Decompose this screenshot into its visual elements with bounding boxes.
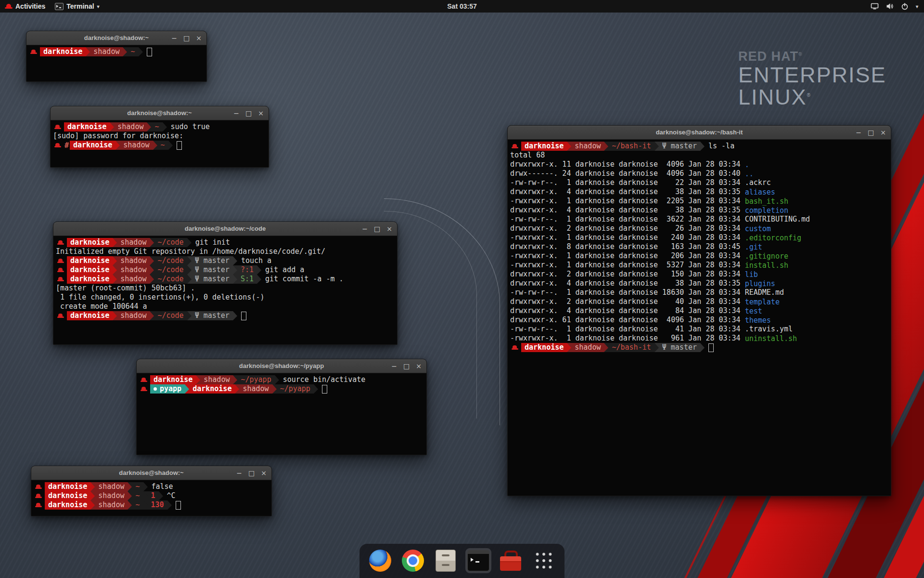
maximize-button[interactable]: □ [403, 359, 410, 373]
app-menu-terminal[interactable]: Terminal ▾ [50, 0, 104, 13]
terminal-content[interactable]: darknoiseshadow~/codegit initInitialized… [53, 236, 397, 320]
command-text: sudo true [171, 122, 210, 131]
prompt-segment-user: darknoise [67, 256, 113, 265]
output-text: Initialized empty Git repository in /hom… [56, 247, 325, 256]
maximize-button[interactable]: □ [245, 106, 252, 120]
window-titlebar[interactable]: darknoise@shadow:~/pyapp − □ × [137, 359, 426, 373]
clock[interactable]: Sat 03:57 [447, 2, 476, 10]
activities-button[interactable]: Activities [0, 0, 50, 13]
powerline-arrow-icon [700, 142, 705, 151]
terminal-line: darknoiseshadow~false [34, 482, 270, 491]
redhat-prompt-icon [512, 143, 518, 149]
prompt-segment-path: ~ [132, 500, 143, 510]
brand-enterprise: ENTERPRISE [738, 64, 886, 86]
command-text: ls -la [708, 142, 734, 151]
terminal-content[interactable]: darknoiseshadow~/bash-itΨ masterls -lato… [508, 140, 891, 352]
redhat-prompt-icon [512, 344, 518, 351]
minimize-button[interactable]: − [362, 222, 368, 236]
powerline-arrow-icon [86, 47, 90, 56]
close-button[interactable]: × [258, 106, 264, 120]
dock-toolbox[interactable] [498, 548, 524, 573]
terminal-line: drwxrwxr-x. 4 darknoise darknoise 38 Jan… [510, 206, 889, 215]
terminal-line: drwxrwxr-x. 4 darknoise darknoise 38 Jan… [510, 279, 889, 288]
prompt-segment-gitu: ?:1 [237, 265, 257, 275]
output-text: -rwxrwxr-x. 1 darknoise darknoise 2205 J… [510, 197, 745, 206]
terminal-line: create mode 100644 a [56, 302, 395, 311]
close-button[interactable]: × [386, 222, 392, 236]
maximize-button[interactable]: □ [868, 126, 874, 139]
terminal-line: total 68 [510, 151, 889, 160]
terminal-line: drwxrwxr-x. 8 darknoise darknoise 163 Ja… [510, 242, 889, 251]
output-text: uninstall.sh [745, 334, 797, 343]
output-text: .. [745, 170, 754, 178]
powerline-arrow-icon [150, 275, 154, 284]
window-titlebar[interactable]: darknoise@shadow:~/code − □ × [53, 222, 397, 236]
terminal-line: darknoiseshadow~130 [34, 500, 270, 510]
powerline-arrow-icon [604, 142, 608, 151]
terminal-app-icon [55, 3, 64, 10]
close-button[interactable]: × [416, 359, 422, 373]
minimize-button[interactable]: − [856, 126, 861, 139]
terminal-cursor [708, 343, 714, 352]
maximize-button[interactable]: □ [248, 466, 255, 480]
dock-chrome[interactable] [400, 548, 426, 573]
minimize-button[interactable]: − [391, 359, 397, 373]
output-text: -rw-rw-r--. 1 darknoise darknoise 22 Jan… [510, 178, 745, 187]
redhat-prompt-icon [57, 239, 64, 246]
terminal-content[interactable]: darknoiseshadow~ [26, 45, 206, 56]
window-title: darknoise@shadow:~/pyapp [137, 359, 426, 373]
prompt-segment-git: Ψ master [659, 343, 700, 352]
terminal-line: darknoiseshadow~/codeΨ mastertouch a [56, 256, 395, 265]
dock-firefox[interactable] [367, 548, 393, 573]
redhat-prompt-icon [35, 493, 42, 499]
powerline-arrow-icon [187, 265, 192, 275]
window-titlebar[interactable]: darknoise@shadow:~ − □ × [31, 466, 271, 480]
prompt-segment-path: ~ [132, 482, 143, 491]
volume-icon [886, 2, 894, 10]
output-text: -rw-rw-r--. 1 darknoise darknoise 3622 J… [510, 215, 745, 224]
prompt-segment-git: Ψ master [192, 265, 233, 275]
output-text: .ackrc [745, 178, 771, 187]
output-text: themes [745, 316, 771, 325]
close-button[interactable]: × [196, 31, 202, 45]
registered-mark: ® [807, 92, 811, 98]
output-text: .gitignore [745, 252, 788, 261]
maximize-button[interactable]: □ [374, 222, 380, 236]
prompt-segment-host: shadow [114, 122, 147, 131]
dock-files[interactable] [433, 548, 459, 573]
command-text: git add a [265, 265, 304, 275]
dock-show-apps[interactable] [531, 548, 557, 573]
minimize-button[interactable]: − [233, 106, 239, 120]
prompt-segment-host: shadow [117, 265, 150, 275]
terminal-line: Initialized empty Git repository in /hom… [56, 247, 395, 256]
command-text: git commit -a -m . [265, 275, 344, 284]
powerline-arrow-icon [143, 491, 148, 500]
terminal-content[interactable]: darknoiseshadow~/pyappsource bin/activat… [137, 373, 426, 394]
window-titlebar[interactable]: darknoise@shadow:~ − □ × [51, 106, 269, 120]
terminal-line: darknoiseshadow~/bash-itΨ master [510, 343, 889, 352]
window-titlebar[interactable]: darknoise@shadow:~/bash-it − □ × [508, 126, 891, 140]
powerline-arrow-icon [159, 491, 163, 500]
prompt-segment-host: shadow [571, 142, 604, 151]
command-text: touch a [241, 256, 271, 265]
terminal-content[interactable]: darknoiseshadow~sudo true[sudo] password… [51, 120, 269, 150]
powerline-arrow-icon [143, 482, 148, 491]
terminal-line: drwxrwxr-x. 11 darknoise darknoise 4096 … [510, 160, 889, 169]
powerline-arrow-icon [700, 343, 705, 352]
terminal-line: darknoiseshadow~1^C [34, 491, 270, 500]
powerline-arrow-icon [168, 141, 173, 150]
terminal-cursor [147, 48, 152, 56]
terminal-content[interactable]: darknoiseshadow~falsedarknoiseshadow~1^C… [31, 480, 271, 510]
powerline-arrow-icon [113, 256, 117, 265]
powerline-arrow-icon [143, 500, 148, 510]
maximize-button[interactable]: □ [183, 31, 190, 45]
window-titlebar[interactable]: darknoise@shadow:~ − □ × [26, 31, 206, 45]
dock-terminal[interactable] [465, 548, 491, 573]
close-button[interactable]: × [261, 466, 267, 480]
minimize-button[interactable]: − [236, 466, 242, 480]
close-button[interactable]: × [880, 126, 886, 139]
minimize-button[interactable]: − [171, 31, 177, 45]
prompt-segment-host: shadow [95, 491, 128, 500]
powerline-arrow-icon [163, 122, 167, 131]
system-status-area[interactable]: ▾ [871, 2, 924, 10]
